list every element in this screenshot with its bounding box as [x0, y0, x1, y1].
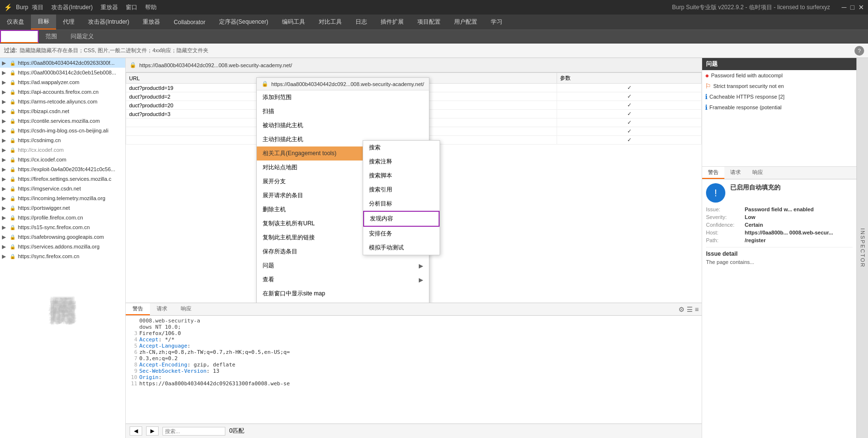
ctx-new-window[interactable]: 在新窗口中显示site map: [257, 287, 429, 301]
tab-request[interactable]: 请求: [150, 303, 174, 315]
tree-arrow: ▶: [2, 176, 9, 182]
ctx-add-scope[interactable]: 添加到范围: [257, 90, 429, 104]
nav-forward-button[interactable]: ▶: [146, 426, 159, 436]
help-button[interactable]: ?: [854, 46, 864, 56]
tree-item[interactable]: ▶ 🔒 https://api-accounts.firefox.com.cn: [0, 87, 125, 97]
filter-text[interactable]: 隐藏隐藏隐藏不存在条目；CSS, 图片,一般二进制文件；4xx响应；隐藏空文件夹: [20, 47, 208, 54]
tree-item[interactable]: ▶ 🔒 https://portswigger.net: [0, 203, 125, 213]
nav-sequencer[interactable]: 定序器(Sequencer): [212, 15, 275, 29]
tab-response[interactable]: 响应: [174, 303, 198, 315]
nav-intruder[interactable]: 攻击器(Intruder): [81, 15, 136, 29]
list-icon[interactable]: ☰: [687, 306, 693, 313]
app-logo: ⚡: [4, 3, 12, 11]
nav-dashboard[interactable]: 仪表盘: [0, 15, 31, 29]
filter-bar: 过滤: 隐藏隐藏隐藏不存在条目；CSS, 图片,一般二进制文件；4xx响应；隐藏…: [0, 44, 868, 58]
tree-item[interactable]: ▶ 🔒 https://incoming.telemetry.mozilla.o…: [0, 193, 125, 203]
issue-item[interactable]: ℹ Frameable response (potential: [702, 102, 856, 113]
nav-repeater[interactable]: 重放器: [136, 15, 167, 29]
menu-repeater[interactable]: 重放器: [101, 3, 118, 12]
nav-comparer[interactable]: 对比工具: [312, 15, 349, 29]
tree-item[interactable]: ▶ 🔒 https://firefox.settings.services.mo…: [0, 174, 125, 184]
ctx-site-map-docs[interactable]: site maps文档: [257, 301, 429, 303]
tree-item[interactable]: ▶ 🔒 https://safebrowsing.googleapis.com: [0, 232, 125, 242]
minimize-button[interactable]: ─: [842, 3, 847, 11]
tree-item[interactable]: ▶ 🔒 https://imgservice.csdn.net: [0, 184, 125, 193]
format-icon[interactable]: ≡: [695, 306, 699, 313]
tree-url: https://0aaf000b03414c2dc0eb15eb008...: [18, 70, 116, 75]
line-text: Sec-WebSocket-Version: 13: [139, 368, 220, 374]
tree-item[interactable]: ▶ 🔒 https://ad.wappalyzer.com: [0, 77, 125, 87]
lock-icon: 🔒: [9, 194, 16, 202]
issue-tab-advisory[interactable]: 警告: [702, 167, 724, 179]
sub-search[interactable]: 搜索: [363, 141, 440, 155]
nav-back-button[interactable]: ◀: [130, 426, 142, 436]
sub-analyze-target[interactable]: 分析目标: [363, 197, 440, 211]
search-input[interactable]: [165, 428, 223, 434]
ctx-view[interactable]: 查看 ▶: [257, 273, 429, 287]
issue-tab-request[interactable]: 请求: [724, 167, 747, 179]
nav-extensions[interactable]: 插件扩展: [374, 15, 411, 29]
maximize-button[interactable]: □: [851, 3, 854, 11]
nav-target[interactable]: 目标: [31, 15, 56, 29]
issue-item[interactable]: ℹ Cacheable HTTPS response [2]: [702, 91, 856, 102]
tree-item[interactable]: ▶ 🔒 https://csdn-img-blog.oss-cn-beijing…: [0, 126, 125, 135]
nav-logger[interactable]: 日志: [349, 15, 374, 29]
sub-schedule-task[interactable]: 安排任务: [363, 227, 440, 241]
tree-item[interactable]: ▶ 🔒 http://cx.icodef.com: [0, 145, 125, 155]
tree-item[interactable]: ▶ 🔒 https://profile.firefox.com.cn: [0, 213, 125, 222]
nav-learn[interactable]: 学习: [484, 15, 509, 29]
settings-icon[interactable]: ⚙: [678, 306, 685, 313]
path-label: Path:: [706, 237, 745, 243]
issue-item[interactable]: ● Password field with autocompl: [702, 70, 856, 81]
close-button[interactable]: ✕: [858, 3, 864, 11]
ctx-passive-scan[interactable]: 被动扫描此主机: [257, 118, 429, 132]
tree-item[interactable]: ▶ 🔒 https://s15-sync.firefox.com.cn: [0, 222, 125, 232]
lock-icon: 🔒: [9, 136, 16, 144]
issue-text: Cacheable HTTPS response [2]: [709, 94, 784, 100]
tree-item[interactable]: ▶ 🔒 https://0aaf000b03414c2dc0eb15eb008.…: [0, 68, 125, 77]
nav-proxy[interactable]: 代理: [56, 15, 81, 29]
menu-help[interactable]: 帮助: [145, 3, 157, 12]
issue-item[interactable]: ⚐ Strict transport security not en: [702, 81, 856, 91]
tree-item[interactable]: ▶ 🔒 https://services.addons.mozilla.org: [0, 242, 125, 251]
nav-project-options[interactable]: 项目配置: [411, 15, 447, 29]
issue-tab-response[interactable]: 响应: [747, 167, 769, 179]
tree-url: https://imgservice.csdn.net: [18, 186, 81, 191]
tree-item[interactable]: ▶ 🔒 https://cx.icodef.com: [0, 155, 125, 164]
sub-search-scripts[interactable]: 搜索脚本: [363, 169, 440, 183]
sub-search-comments[interactable]: 搜索注释: [363, 155, 440, 169]
menu-project[interactable]: 项目: [32, 3, 44, 12]
tree-item[interactable]: ▶ 🔒 https://csdnimg.cn: [0, 135, 125, 145]
issue-detail-title: 已启用自动填充的: [730, 183, 780, 192]
tree-item[interactable]: ▶ 🔒 https://arms-retcode.aliyuncs.com: [0, 97, 125, 106]
tree-item[interactable]: ▶ 🔒 https://bizapi.csdn.net: [0, 106, 125, 116]
sub-search-references[interactable]: 搜索引用: [363, 183, 440, 197]
tree-item[interactable]: ▶ 🔒 https://exploit-0a4a00e203fc4421c0c5…: [0, 164, 125, 174]
tree-item[interactable]: ▶ 🔒 https://0aa800b40340442dc09263l300f.…: [0, 58, 125, 68]
tree-arrow: ▶: [2, 157, 9, 163]
site-tree[interactable]: ▶ 🔒 https://0aa800b40340442dc09263l300f.…: [0, 58, 125, 438]
tree-item[interactable]: ▶ 🔒 https://sync.firefox.com.cn: [0, 251, 125, 261]
content-area: 错误的时间没有用尽所有正确的你 ▶ 🔒 https://0aa800b40340…: [0, 58, 868, 438]
sub-sitemap[interactable]: 网站地图: [0, 30, 39, 43]
tree-item[interactable]: ▶ 🔒 https://contile.services.mozilla.com: [0, 116, 125, 126]
engagement-submenu: 搜索 搜索注释 搜索脚本 搜索引用 分析目标 发现内容 安排任务 模拟手动测试: [363, 140, 440, 255]
issue-text: Strict transport security not en: [713, 83, 784, 89]
sub-scope[interactable]: 范围: [39, 30, 64, 43]
line-text: Firefox/106.0: [139, 330, 181, 336]
window-title: Burp Suite专业版 v2022.9.2 - 临时项目 - license…: [672, 3, 830, 12]
nav-collaborator[interactable]: Collaborator: [167, 15, 212, 29]
ctx-scan[interactable]: 扫描: [257, 104, 429, 118]
nav-user-options[interactable]: 用户配置: [447, 15, 484, 29]
search-box[interactable]: [162, 427, 225, 436]
ctx-issues[interactable]: 问题 ▶: [257, 259, 429, 273]
tab-advisory[interactable]: 警告: [126, 303, 150, 315]
nav-decoder[interactable]: 编码工具: [275, 15, 312, 29]
sub-simulate-manual[interactable]: 模拟手动测试: [363, 241, 440, 255]
menu-window[interactable]: 窗口: [126, 3, 137, 12]
sub-discover-content[interactable]: 发现内容: [363, 211, 440, 227]
lock-icon: 🔒: [9, 204, 16, 212]
menu-intruder[interactable]: 攻击器(Intruder): [51, 3, 92, 12]
sub-issue-definitions[interactable]: 问题定义: [64, 30, 101, 43]
inspector-panel[interactable]: INSPECTOR: [856, 58, 868, 438]
